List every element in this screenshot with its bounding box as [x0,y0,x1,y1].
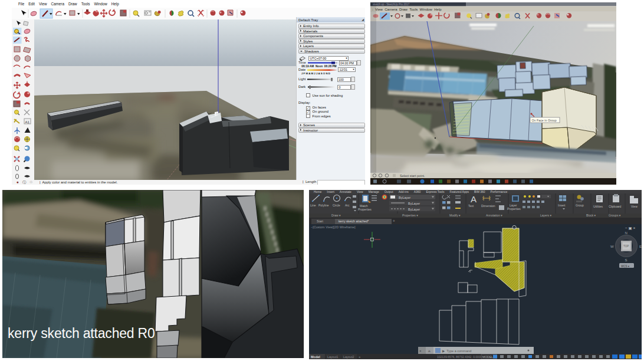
svg-text:ByLayer: ByLayer [408,208,420,211]
svg-text:TOP: TOP [623,245,629,248]
svg-text:S: S [625,258,627,262]
svg-text:A1: A1 [25,120,30,124]
svg-text:Properties: Properties [358,208,372,211]
svg-text:▶ Type a command: ▶ Type a command [442,349,471,353]
svg-text:ByLayer: ByLayer [408,202,420,205]
svg-text:View: View [631,205,638,208]
svg-text:MODEL: MODEL [482,355,493,359]
svg-text:Line: Line [310,204,316,207]
svg-text:Insert: Insert [558,204,566,207]
svg-text:+: + [359,355,361,359]
svg-text:−[Custom View][2D Wireframe]: −[Custom View][2D Wireframe] [311,225,356,229]
svg-text:Polyline: Polyline [318,204,329,207]
svg-text:Utilities: Utilities [593,205,603,208]
svg-text:Model: Model [311,355,320,359]
svg-text:102139.6576, 86732.4342, 0.000: 102139.6576, 86732.4342, 0.0000 [437,355,482,359]
svg-text:Dimension: Dimension [481,204,495,208]
svg-text:×: × [419,349,422,353]
svg-text:Group: Group [576,204,584,207]
svg-text:Arc: Arc [345,204,350,207]
svg-text:Circle: Circle [333,204,340,207]
svg-text:− ▣ ×: − ▣ × [625,226,636,230]
svg-text:Layout1: Layout1 [327,355,339,359]
svg-text:Text: Text [468,204,474,208]
svg-text:N: N [625,231,627,235]
svg-text:WCS ▾: WCS ▾ [621,265,630,268]
svg-text:ByLayer: ByLayer [399,196,410,199]
svg-text:Properties: Properties [507,207,521,211]
svg-text:W: W [610,245,614,248]
svg-text:Select start point.: Select start point. [400,174,425,178]
svg-text:Clipboard: Clipboard [609,205,622,208]
svg-text:⚔: ⚔ [428,349,431,353]
svg-text:A: A [471,194,477,204]
svg-text:E: E [639,245,642,248]
svg-text:kerry sketch attached R0: kerry sketch attached R0 [8,326,155,341]
svg-text:Layout2: Layout2 [343,355,354,359]
